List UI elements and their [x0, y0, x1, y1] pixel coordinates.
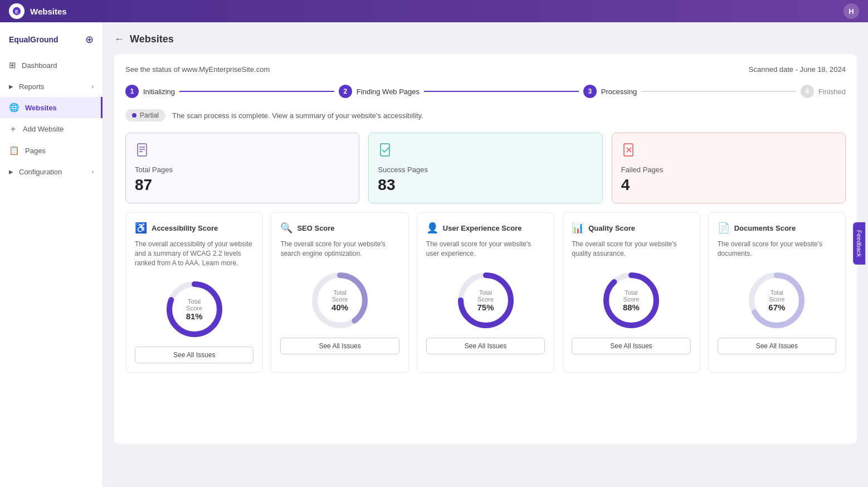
- step-processing: 3 Processing: [583, 85, 637, 98]
- score-card-header: 📊 Quality Score: [572, 222, 690, 234]
- status-message: The scan process is complete. View a sum…: [172, 111, 423, 120]
- score-label: Total Score 81%: [179, 298, 209, 321]
- score-card-quality: 📊 Quality Score The overall score for yo…: [562, 212, 700, 373]
- content-panel: See the status of www.MyEnterpriseSite.c…: [114, 54, 857, 444]
- score-label: Total Score 75%: [470, 289, 501, 311]
- score-card-title: Accessibility Score: [152, 224, 218, 232]
- score-label: Total Score 40%: [325, 289, 355, 311]
- user-avatar[interactable]: H: [843, 3, 859, 19]
- sidebar-item-pages[interactable]: 📋 Pages: [0, 140, 103, 161]
- step-label: Processing: [601, 87, 637, 96]
- step-line-3: [641, 91, 796, 92]
- feedback-tab[interactable]: Feedback: [853, 222, 865, 265]
- sidebar-item-websites[interactable]: 🌐 Websites: [0, 97, 103, 118]
- stat-card-total: Total Pages 87: [125, 133, 359, 203]
- success-pages-label: Success Pages: [378, 165, 593, 174]
- sidebar-item-reports[interactable]: ▸ Reports ›: [0, 76, 103, 97]
- score-card-description: The overall score for your website's doc…: [718, 240, 836, 259]
- score-total-label: Total Score: [325, 289, 355, 302]
- score-total-label: Total Score: [762, 289, 792, 302]
- score-value: 67%: [762, 302, 792, 311]
- app-logo: E: [9, 3, 25, 19]
- sidebar-item-label: Dashboard: [22, 61, 57, 70]
- see-all-issues-button[interactable]: See All Issues: [135, 347, 253, 363]
- score-label: Total Score 67%: [762, 289, 792, 311]
- sidebar-item-dashboard[interactable]: ⊞ Dashboard: [0, 55, 103, 76]
- step-number: 1: [125, 85, 139, 98]
- websites-icon: 🌐: [9, 103, 19, 113]
- success-pages-icon: [378, 142, 593, 161]
- topbar: E Websites H: [0, 0, 868, 22]
- seo-icon: 🔍: [280, 222, 292, 234]
- sidebar-item-label: Websites: [25, 104, 57, 112]
- score-cards-row: ♿ Accessibility Score The overall access…: [125, 212, 846, 373]
- score-card-accessibility: ♿ Accessibility Score The overall access…: [125, 212, 263, 373]
- sidebar-item-label: Add Website: [23, 125, 64, 133]
- scan-site-label: See the status of www.MyEnterpriseSite.c…: [125, 65, 270, 74]
- step-number: 2: [339, 85, 352, 98]
- page-title: Websites: [130, 33, 174, 45]
- score-card-header: 📄 Documents Score: [718, 222, 836, 234]
- score-label: Total Score 88%: [616, 289, 646, 311]
- main-content: ← Websites See the status of www.MyEnter…: [103, 22, 868, 487]
- score-card-header: 🔍 SEO Score: [280, 222, 399, 234]
- score-total-label: Total Score: [179, 298, 209, 311]
- stats-row: Total Pages 87 Success Pages 83: [125, 133, 846, 203]
- step-line-2: [424, 91, 579, 92]
- badge-label: Partial: [140, 111, 159, 119]
- back-button[interactable]: ←: [114, 33, 124, 45]
- sidebar: EqualGround ⊕ ⊞ Dashboard ▸ Reports › 🌐 …: [0, 22, 103, 487]
- score-card-title: Quality Score: [588, 224, 635, 232]
- total-pages-label: Total Pages: [135, 165, 350, 174]
- score-card-title: Documents Score: [734, 224, 796, 232]
- step-line-1: [179, 91, 334, 92]
- sidebar-item-label: Reports: [19, 82, 45, 91]
- step-label: Finding Web Pages: [357, 87, 420, 96]
- svg-rect-2: [138, 144, 147, 156]
- documents-icon: 📄: [718, 222, 730, 234]
- sidebar-item-label: Configuration: [19, 168, 62, 176]
- score-chart: Total Score 88%: [601, 270, 662, 331]
- see-all-issues-button[interactable]: See All Issues: [718, 338, 836, 354]
- scan-date-label: Scanned date - June 18, 2024: [749, 65, 846, 74]
- app-title: Websites: [30, 7, 838, 16]
- sidebar-item-label: Pages: [25, 147, 46, 155]
- svg-text:E: E: [15, 9, 18, 14]
- step-initializing: 1 Initializing: [125, 85, 175, 98]
- failed-pages-label: Failed Pages: [621, 165, 836, 174]
- accessibility-icon: ♿: [135, 222, 147, 234]
- score-total-label: Total Score: [616, 289, 646, 302]
- chevron-right-icon: ›: [92, 169, 94, 175]
- steps-bar: 1 Initializing 2 Finding Web Pages 3 Pro…: [125, 85, 846, 98]
- chevron-right-icon: ›: [92, 84, 94, 90]
- sidebar-item-configuration[interactable]: ▸ Configuration ›: [0, 161, 103, 182]
- step-label: Initializing: [143, 87, 175, 96]
- score-card-description: The overall score for your website's use…: [426, 240, 545, 259]
- score-chart: Total Score 75%: [455, 270, 516, 331]
- score-card-description: The overall score for your website's qua…: [572, 240, 690, 259]
- total-pages-value: 87: [135, 176, 350, 194]
- step-finding: 2 Finding Web Pages: [339, 85, 420, 98]
- brand-expand-icon[interactable]: ⊕: [85, 33, 94, 46]
- see-all-issues-button[interactable]: See All Issues: [572, 338, 690, 354]
- score-card-header: 👤 User Experience Score: [426, 222, 545, 234]
- score-card-description: The overall score for your website's sea…: [280, 240, 399, 259]
- see-all-issues-button[interactable]: See All Issues: [426, 338, 545, 354]
- dashboard-icon: ⊞: [9, 60, 16, 70]
- sidebar-brand: EqualGround ⊕: [0, 29, 103, 55]
- config-icon: ▸: [9, 167, 13, 177]
- score-card-header: ♿ Accessibility Score: [135, 222, 253, 234]
- score-chart: Total Score 81%: [164, 279, 225, 340]
- score-value: 88%: [616, 302, 646, 311]
- sidebar-item-add-website[interactable]: ＋ Add Website: [0, 118, 103, 140]
- svg-rect-6: [381, 144, 389, 156]
- score-card-title: SEO Score: [297, 224, 334, 232]
- quality-icon: 📊: [572, 222, 584, 234]
- see-all-issues-button[interactable]: See All Issues: [280, 338, 399, 354]
- status-row: Partial The scan process is complete. Vi…: [125, 109, 846, 121]
- reports-icon: ▸: [9, 81, 13, 91]
- score-card-seo: 🔍 SEO Score The overall score for your w…: [271, 212, 408, 373]
- failed-pages-icon: [621, 142, 836, 161]
- ux-icon: 👤: [426, 222, 438, 234]
- score-card-description: The overall accessibility of your websit…: [135, 240, 253, 267]
